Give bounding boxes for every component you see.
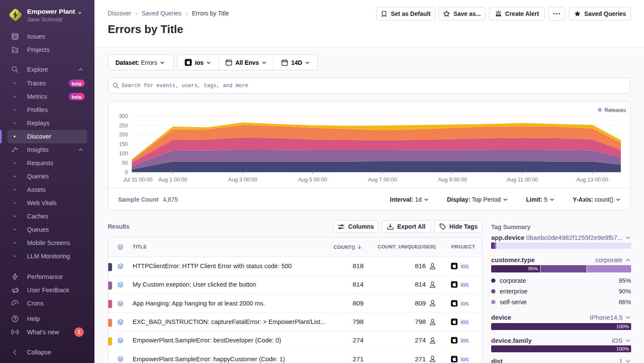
svg-text:300: 300 xyxy=(119,113,128,119)
svg-text:Aug 13 00:00: Aug 13 00:00 xyxy=(576,177,608,183)
svg-text:Aug 3 00:00: Aug 3 00:00 xyxy=(228,177,257,183)
svg-text:150: 150 xyxy=(119,141,128,147)
svg-text:Releases: Releases xyxy=(605,107,626,113)
svg-text:200: 200 xyxy=(119,132,128,138)
svg-text:100: 100 xyxy=(119,151,128,157)
svg-text:Aug 9 00:00: Aug 9 00:00 xyxy=(438,177,467,183)
svg-text:Aug 7 00:00: Aug 7 00:00 xyxy=(368,177,397,183)
svg-text:Aug 11 00:00: Aug 11 00:00 xyxy=(507,177,538,183)
svg-text:Aug 1 00:00: Aug 1 00:00 xyxy=(158,177,187,183)
svg-text:50: 50 xyxy=(122,160,128,166)
svg-text:Jul 31 00:00: Jul 31 00:00 xyxy=(123,177,152,183)
svg-text:0: 0 xyxy=(125,169,128,175)
svg-text:250: 250 xyxy=(119,123,128,129)
svg-text:Aug 5 00:00: Aug 5 00:00 xyxy=(298,177,327,183)
